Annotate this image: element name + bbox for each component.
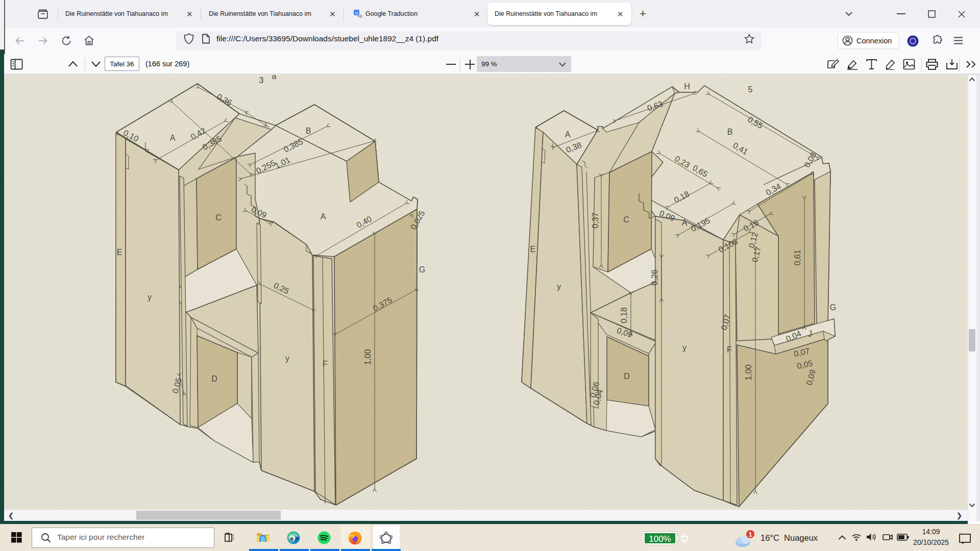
svg-text:文: 文 (358, 15, 361, 18)
svg-text:G: G (355, 11, 358, 15)
svg-text:1: 1 (748, 531, 752, 538)
svg-text:100%: 100% (649, 534, 671, 544)
